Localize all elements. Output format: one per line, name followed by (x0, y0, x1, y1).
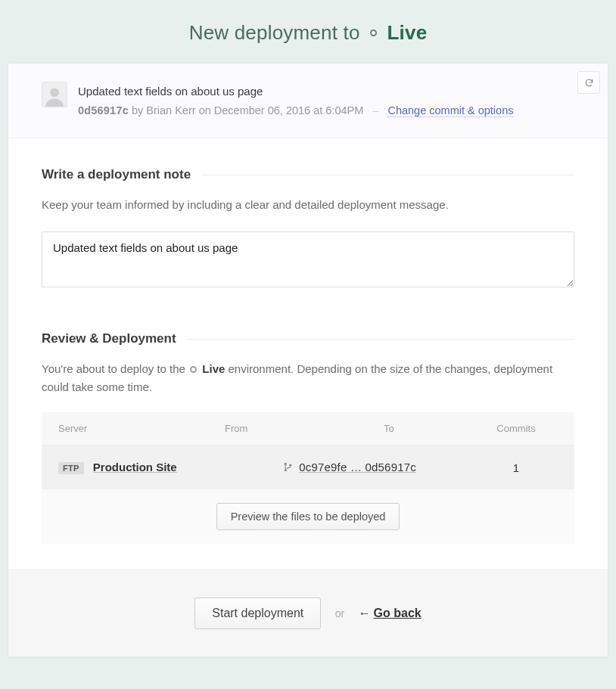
commit-range-link[interactable]: 0c97e9fe … 0d56917c (299, 461, 416, 473)
col-to: To (384, 423, 474, 434)
review-heading: Review & Deployment (42, 331, 574, 346)
review-section: Review & Deployment You're about to depl… (8, 298, 608, 551)
go-back-link[interactable]: ←Go back (359, 607, 422, 619)
commits-count: 1 (474, 461, 558, 474)
git-branch-icon (283, 461, 293, 474)
review-env-name: Live (202, 362, 225, 375)
table-row: FTP Production Site 0c97e9fe … 0d56917c … (42, 445, 574, 490)
refresh-button[interactable] (577, 71, 600, 94)
svg-point-3 (289, 464, 291, 467)
commit-hash: 0d56917c (78, 104, 129, 116)
deployment-note-input[interactable] (42, 231, 574, 287)
deployment-card: Updated text fields on about us page 0d5… (8, 63, 608, 657)
deployment-table: Server From To Commits FTP Production Si… (42, 412, 574, 545)
col-commits: Commits (474, 423, 558, 434)
commit-summary: Updated text fields on about us page 0d5… (8, 64, 608, 138)
note-heading: Write a deployment note (42, 167, 574, 182)
or-text: or (335, 607, 344, 619)
env-indicator-dot (370, 29, 377, 36)
avatar (42, 82, 67, 107)
col-server: Server (58, 423, 225, 434)
review-description: You're about to deploy to the Live envir… (42, 360, 574, 396)
server-cell: FTP Production Site (58, 461, 225, 474)
range-cell: 0c97e9fe … 0d56917c (225, 461, 474, 475)
change-commit-link[interactable]: Change commit & options (387, 104, 513, 117)
person-icon (44, 85, 65, 107)
card-footer: Start deployment or ←Go back (8, 570, 608, 656)
protocol-badge: FTP (58, 462, 84, 474)
commit-subline: 0d56917c by Brian Kerr on December 06, 2… (78, 101, 513, 120)
table-header: Server From To Commits (42, 412, 574, 445)
separator: – (372, 104, 378, 116)
commit-date: December 06, 2016 at 6:04PM (214, 104, 363, 116)
svg-point-0 (50, 88, 59, 98)
server-name-link[interactable]: Production Site (93, 461, 177, 473)
note-section: Write a deployment note Keep your team i… (8, 138, 608, 298)
page-title: New deployment to Live (0, 21, 616, 45)
env-name: Live (387, 21, 428, 44)
svg-point-2 (285, 469, 287, 471)
refresh-icon (584, 78, 594, 88)
table-footer: Preview the files to be deployed (42, 489, 574, 544)
page-header: New deployment to Live (0, 0, 616, 63)
arrow-left-icon: ← (359, 607, 371, 620)
title-prefix: New deployment to (189, 21, 360, 44)
commit-author: Brian Kerr (146, 104, 195, 116)
svg-point-1 (285, 463, 287, 465)
env-indicator-dot-inline (190, 366, 197, 373)
note-description: Keep your team informed by including a c… (42, 196, 574, 213)
preview-files-button[interactable]: Preview the files to be deployed (216, 503, 400, 530)
by-prefix: by (132, 104, 143, 116)
start-deployment-button[interactable]: Start deployment (194, 597, 321, 629)
col-from: From (225, 423, 384, 434)
on-prefix: on (199, 104, 211, 116)
commit-title: Updated text fields on about us page (78, 82, 513, 101)
